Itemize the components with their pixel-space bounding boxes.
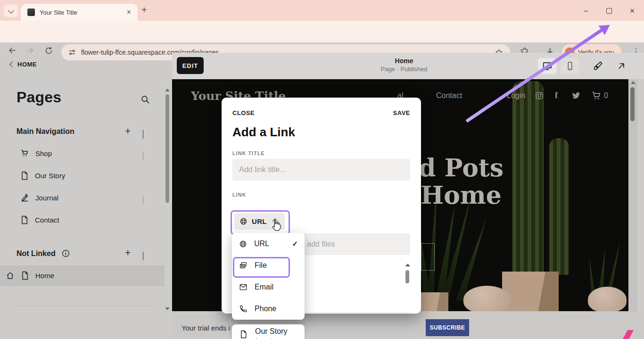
home-icon — [6, 271, 15, 280]
page-icon — [20, 271, 30, 281]
subscribe-button[interactable]: SUBSCRIBE — [426, 319, 469, 336]
modal-scroll-up-arrow[interactable] — [405, 264, 410, 266]
sidebar-item-label: Journal — [35, 194, 58, 202]
site-styles-button[interactable] — [592, 60, 603, 72]
annotation-highlight-file-item — [233, 257, 290, 278]
globe-icon — [239, 240, 247, 248]
email-icon — [239, 283, 248, 291]
back-label: HOME — [17, 61, 37, 68]
reload-button[interactable] — [44, 46, 53, 55]
search-pages-button[interactable] — [140, 94, 150, 105]
nav-item-contact[interactable]: Contact — [436, 91, 462, 100]
menu-item-email[interactable]: Email — [232, 276, 305, 298]
hero-heading-line1: d Pots — [419, 155, 504, 181]
round-pot — [463, 286, 511, 311]
screen: Your Site Title × + – × flower-tulip-ffc… — [0, 0, 644, 339]
chevron-right-icon — [143, 196, 143, 204]
page-icon — [20, 171, 29, 181]
site-settings-icon — [68, 48, 76, 57]
menu-page-item-our-story[interactable]: Our Story /our-story — [232, 324, 305, 339]
twitter-icon[interactable] — [572, 92, 580, 99]
cactus-plant-small — [549, 138, 569, 275]
link-title-input[interactable] — [232, 159, 410, 181]
menu-item-phone[interactable]: Phone — [232, 298, 305, 320]
info-icon[interactable] — [61, 249, 70, 258]
cart-button[interactable]: 0 — [591, 90, 608, 101]
tab-search-button[interactable] — [4, 4, 18, 17]
hand-cursor — [270, 218, 283, 232]
collapse-not-linked-button[interactable] — [143, 252, 143, 260]
window-minimize-button[interactable]: – — [578, 5, 594, 17]
chevron-down-icon — [143, 130, 143, 139]
page-icon — [239, 329, 248, 339]
back-arrow-icon — [8, 46, 17, 55]
instagram-icon[interactable] — [535, 91, 544, 100]
sidebar-item-our-story[interactable]: Our Story — [20, 171, 65, 181]
preview-scrollbar-thumb[interactable] — [630, 87, 635, 121]
hero-heading-line2: Home — [421, 182, 502, 208]
sidebar-item-label: Contact — [35, 216, 59, 224]
page-item-label: Our Story — [255, 327, 287, 335]
collapse-main-nav-button[interactable] — [143, 130, 143, 139]
tab-close-icon[interactable]: × — [125, 8, 133, 17]
reload-icon — [44, 46, 53, 55]
facebook-icon[interactable]: f — [555, 91, 558, 100]
sidebar-item-home[interactable]: Home — [6, 271, 54, 281]
not-linked-label: Not Linked — [17, 249, 56, 258]
add-not-linked-page-button[interactable]: + — [125, 247, 131, 258]
mobile-view-button[interactable] — [561, 58, 579, 74]
sidebar-scroll-down-arrow[interactable] — [165, 307, 170, 310]
sidebar-scroll-up-arrow[interactable] — [165, 89, 170, 91]
modal-close-button[interactable]: CLOSE — [232, 109, 255, 116]
sidebar-item-label: Our Story — [35, 172, 65, 180]
forward-button[interactable] — [25, 46, 35, 55]
sidebar-item-shop[interactable]: Shop — [20, 149, 52, 158]
paintbrush-icon — [592, 60, 603, 72]
window-restore-button[interactable] — [601, 5, 617, 17]
sidebar-item-label: Home — [35, 272, 54, 280]
shop-chevron[interactable] — [143, 151, 143, 160]
link-label: LINK — [232, 192, 246, 198]
window-close-button[interactable]: × — [624, 5, 640, 17]
preview-scroll-up-arrow[interactable] — [631, 81, 636, 84]
sidebar-back-home[interactable]: HOME — [10, 61, 37, 68]
journal-pen-icon — [20, 193, 30, 203]
chevron-down-icon — [143, 252, 143, 260]
arrow-up-right-icon — [617, 61, 626, 71]
link-title-label: LINK TITLE — [232, 150, 265, 156]
modal-divider — [305, 312, 411, 313]
pedestal-pot — [502, 272, 559, 311]
chevron-down-icon — [8, 8, 14, 14]
edit-button[interactable]: EDIT — [177, 57, 204, 74]
browser-tab-strip: Your Site Title × + – × — [0, 0, 644, 21]
back-button[interactable] — [8, 46, 17, 55]
browser-toolbar: flower-tulip-ffce.squarespace.com/config… — [0, 21, 644, 42]
chevron-left-icon — [9, 61, 16, 67]
main-navigation-label: Main Navigation — [17, 127, 74, 136]
search-icon — [140, 94, 150, 105]
page-title: Home — [357, 57, 451, 65]
cactus-plant — [512, 81, 544, 274]
restore-icon — [606, 8, 612, 14]
journal-chevron[interactable] — [143, 196, 143, 204]
sidebar-item-journal[interactable]: Journal — [20, 193, 58, 203]
new-tab-button[interactable]: + — [141, 5, 147, 16]
browser-tab[interactable]: Your Site Title × — [21, 4, 138, 21]
menu-item-url[interactable]: URL ✓ — [232, 233, 305, 255]
forward-arrow-icon — [25, 46, 35, 55]
hero-button-fragment[interactable] — [421, 243, 435, 271]
mobile-icon — [565, 61, 575, 71]
page-item-path: /our-story — [255, 337, 281, 339]
main-navigation-header: Main Navigation — [17, 127, 74, 136]
modal-scrollbar-thumb[interactable] — [405, 270, 409, 283]
cart-icon — [591, 90, 602, 101]
check-icon: ✓ — [292, 240, 298, 248]
sidebar-item-contact[interactable]: Contact — [20, 215, 59, 225]
modal-save-button[interactable]: SAVE — [393, 109, 410, 116]
modal-title: Add a Link — [232, 125, 295, 140]
sidebar-item-label: Shop — [35, 149, 52, 157]
add-main-nav-page-button[interactable]: + — [125, 125, 131, 137]
chevron-right-icon — [143, 151, 143, 160]
open-site-button[interactable] — [617, 61, 626, 71]
sidebar-scrollbar-thumb[interactable] — [165, 94, 169, 203]
